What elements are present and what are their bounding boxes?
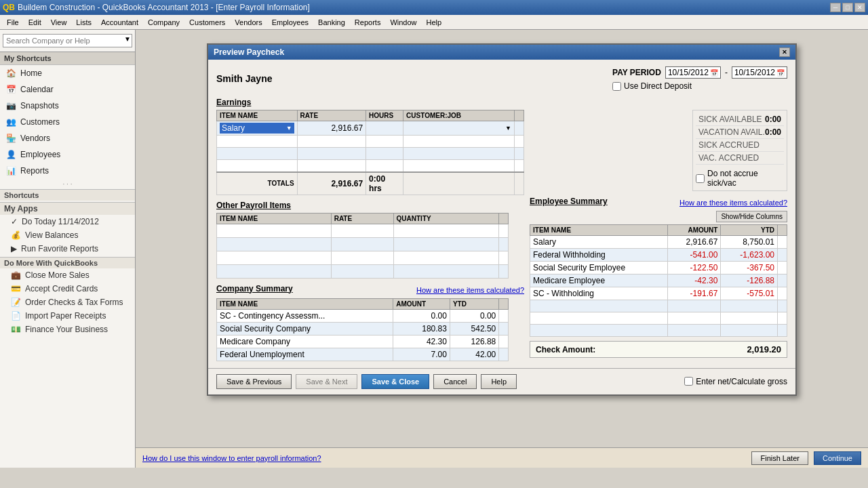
direct-deposit-checkbox[interactable] <box>612 82 621 91</box>
company-how-calculated-link[interactable]: How are these items calculated? <box>416 286 524 294</box>
help-button[interactable]: Help <box>481 374 517 389</box>
menu-item-employees[interactable]: Employees <box>268 17 313 28</box>
sidebar-item-accept-credit-cards[interactable]: 💳 Accept Credit Cards <box>0 282 135 296</box>
earnings-row1-rate[interactable]: 2,916.67 <box>297 121 366 136</box>
earnings-col-item: ITEM NAME <box>217 110 298 121</box>
window-title: Buildem Construction - QuickBooks Accoun… <box>18 3 310 12</box>
search-input[interactable] <box>3 34 132 47</box>
sidebar-item-run-reports-label: Run Favorite Reports <box>21 244 98 253</box>
search-dropdown-btn[interactable]: ▼ <box>124 35 131 43</box>
co-row1-ytd[interactable]: 0.00 <box>450 309 498 322</box>
other-col-item: ITEM NAME <box>217 213 332 224</box>
co-row4-amount[interactable]: 7.00 <box>393 348 450 361</box>
earnings-row1-item[interactable]: Salary ▼ <box>217 121 298 136</box>
menu-item-help[interactable]: Help <box>422 17 446 28</box>
show-hide-columns-button[interactable]: Show/Hide Columns <box>716 211 787 222</box>
sidebar-item-view-balances[interactable]: 💰 View Balances <box>0 228 135 242</box>
save-next-button[interactable]: Save & Next <box>296 374 357 389</box>
sidebar-item-customers[interactable]: 👥 Customers <box>0 114 135 130</box>
menu-item-vendors[interactable]: Vendors <box>231 17 266 28</box>
menu-item-reports[interactable]: Reports <box>351 17 385 28</box>
vac-accrued-label: VAC. ACCRUED <box>698 153 759 163</box>
sidebar-item-close-more-sales[interactable]: 💼 Close More Sales <box>0 268 135 282</box>
co-row4-ytd[interactable]: 42.00 <box>450 348 498 361</box>
sidebar-item-vendors[interactable]: 🏪 Vendors <box>0 130 135 146</box>
emp-how-calculated-link[interactable]: How are these items calculated? <box>679 199 787 207</box>
pay-period-end-field[interactable]: 10/15/2012 📅 <box>732 66 787 79</box>
finish-later-button[interactable]: Finish Later <box>751 451 808 465</box>
emp-row3-item: Social Security Employee <box>530 262 668 274</box>
import-receipts-icon: 📄 <box>11 311 21 321</box>
company-summary-title: Company Summary <box>216 284 293 293</box>
salary-dropdown[interactable]: Salary ▼ <box>220 123 294 134</box>
pay-period-label: PAY PERIOD <box>612 68 661 77</box>
table-row: Social Security Company 180.83 542.50 <box>217 322 509 335</box>
minimize-button[interactable]: ─ <box>830 3 841 12</box>
earnings-totals-row: TOTALS 2,916.67 0:00 hrs <box>217 172 524 195</box>
menu-item-edit[interactable]: Edit <box>24 17 45 28</box>
status-help-link[interactable]: How do I use this window to enter payrol… <box>142 454 321 462</box>
enter-net-checkbox[interactable] <box>684 377 693 386</box>
co-col-amount: AMOUNT <box>393 298 450 309</box>
dialog-close-button[interactable]: ✕ <box>779 47 790 57</box>
menu-item-window[interactable]: Window <box>386 17 420 28</box>
dialog-body: Smith Jayne PAY PERIOD 10/15/2012 📅 - <box>208 60 795 368</box>
sidebar-item-finance-business[interactable]: 💵 Finance Your Business <box>0 323 135 336</box>
salary-dropdown-arrow: ▼ <box>286 125 292 131</box>
close-button[interactable]: ✕ <box>854 3 865 12</box>
sidebar-item-import-receipts[interactable]: 📄 Import Paper Receipts <box>0 309 135 323</box>
credit-cards-icon: 💳 <box>11 284 21 293</box>
menu-item-file[interactable]: File <box>3 17 23 28</box>
save-close-button[interactable]: Save & Close <box>361 374 429 389</box>
co-row1-item[interactable]: SC - Contingency Assessm... <box>217 309 393 322</box>
maximize-button[interactable]: □ <box>842 3 853 12</box>
run-reports-icon: ▶ <box>11 244 17 253</box>
left-column: Earnings ITEM NAME RATE HOURS <box>216 98 524 361</box>
sidebar-item-snapshots[interactable]: 📷 Snapshots <box>0 98 135 114</box>
earnings-row1-hours[interactable] <box>366 121 403 136</box>
earnings-section-title: Earnings <box>216 98 524 107</box>
co-row3-item[interactable]: Medicare Company <box>217 335 393 348</box>
sidebar-item-run-reports[interactable]: ▶ Run Favorite Reports <box>0 242 135 256</box>
calendar-end-icon[interactable]: 📅 <box>776 69 785 77</box>
paycheck-header: Smith Jayne PAY PERIOD 10/15/2012 📅 - <box>216 66 787 91</box>
table-row: Federal Unemployment 7.00 42.00 <box>217 348 509 361</box>
sidebar-item-reports[interactable]: 📊 Reports <box>0 163 135 179</box>
co-row4-item[interactable]: Federal Unemployment <box>217 348 393 361</box>
save-prev-button[interactable]: Save & Previous <box>216 374 292 389</box>
menu-item-lists[interactable]: Lists <box>72 17 96 28</box>
sidebar-item-do-today-label: Do Today 11/14/2012 <box>22 217 99 226</box>
do-not-accrue-checkbox[interactable] <box>696 174 705 183</box>
sidebar-item-employees[interactable]: 👤 Employees <box>0 146 135 163</box>
sidebar-item-home[interactable]: 🏠 Home <box>0 65 135 81</box>
menu-item-banking[interactable]: Banking <box>314 17 349 28</box>
other-col-qty: QUANTITY <box>393 213 499 224</box>
cancel-button[interactable]: Cancel <box>433 374 477 389</box>
co-row1-amount[interactable]: 0.00 <box>393 309 450 322</box>
calendar-start-icon[interactable]: 📅 <box>710 69 718 77</box>
direct-deposit-row: Use Direct Deposit <box>612 81 787 91</box>
sidebar-item-order-checks-label: Order Checks & Tax Forms <box>25 298 123 307</box>
menu-item-view[interactable]: View <box>47 17 71 28</box>
search-box[interactable]: ▼ <box>3 34 132 47</box>
co-row2-amount[interactable]: 180.83 <box>393 322 450 335</box>
do-not-accrue-row: Do not accrue sick/vac <box>696 169 784 188</box>
sidebar-item-do-today[interactable]: ✓ Do Today 11/14/2012 <box>0 215 135 228</box>
sidebar-item-calendar[interactable]: 📅 Calendar <box>0 81 135 98</box>
menu-item-customers[interactable]: Customers <box>185 17 229 28</box>
menu-item-accountant[interactable]: Accountant <box>97 17 142 28</box>
earnings-row1-job[interactable]: ▼ <box>403 121 515 136</box>
other-payroll-section: Other Payroll Items ITEM NAME RATE QUANT… <box>216 201 524 279</box>
earnings-col-hours: HOURS <box>366 110 403 121</box>
continue-button[interactable]: Continue <box>814 451 861 465</box>
job-dropdown-arrow[interactable]: ▼ <box>505 125 511 131</box>
sidebar-item-order-checks[interactable]: 📝 Order Checks & Tax Forms <box>0 296 135 309</box>
check-amount-label: Check Amount: <box>536 345 595 354</box>
co-row3-amount[interactable]: 42.30 <box>393 335 450 348</box>
co-row3-ytd[interactable]: 126.88 <box>450 335 498 348</box>
co-row2-item[interactable]: Social Security Company <box>217 322 393 335</box>
menu-item-company[interactable]: Company <box>144 17 184 28</box>
co-row2-ytd[interactable]: 542.50 <box>450 322 498 335</box>
menu-bar: File Edit View Lists Accountant Company … <box>0 15 868 30</box>
pay-period-start-field[interactable]: 10/15/2012 📅 <box>665 66 721 79</box>
